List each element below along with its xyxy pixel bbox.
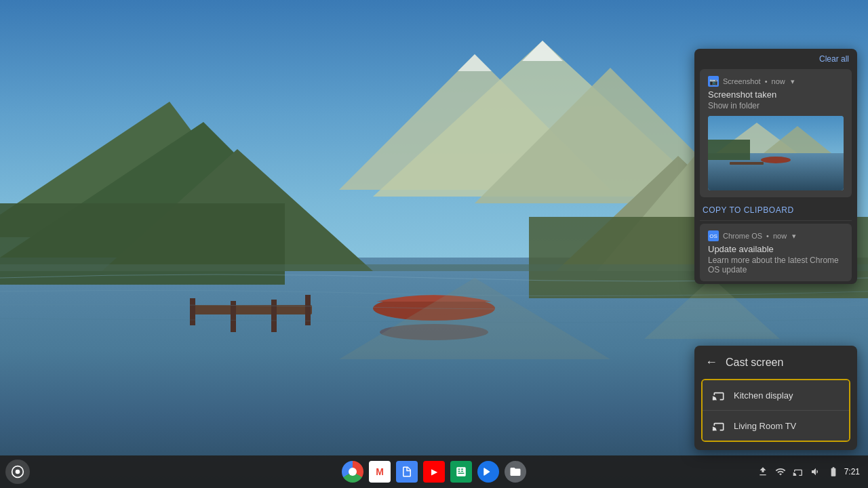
svg-rect-31	[730, 162, 764, 165]
sheets-app-icon[interactable]	[450, 461, 472, 483]
cast-screen-panel: ← Cast screen Kitchen display	[694, 346, 857, 450]
screenshot-preview-image	[708, 116, 844, 190]
docs-app-icon[interactable]	[396, 461, 418, 483]
taskbar-left	[0, 460, 30, 484]
cast-icon-livingroom	[712, 419, 726, 432]
youtube-app-icon[interactable]: ▶	[423, 461, 445, 483]
cast-screen-title: Cast screen	[726, 357, 783, 369]
cast-device-livingroom[interactable]: Living Room TV	[703, 411, 849, 441]
cast-taskbar-icon[interactable]	[791, 465, 805, 479]
svg-rect-16	[190, 305, 312, 314]
living-room-tv-label: Living Room TV	[734, 421, 796, 431]
desktop: Clear all 📷 Screenshot • now ▾ Screensho…	[0, 0, 868, 488]
chrome-app-icon[interactable]	[342, 461, 363, 483]
files-app-icon[interactable]	[505, 461, 526, 483]
chromeos-notif-title: Update available	[708, 244, 844, 254]
svg-rect-29	[708, 140, 750, 160]
notification-panel: Clear all 📷 Screenshot • now ▾ Screensho…	[694, 49, 857, 284]
chromeos-notification: OS Chrome OS • now ▾ Update available Le…	[700, 224, 852, 281]
chevron-down-icon-2: ▾	[792, 232, 796, 241]
taskbar: M ▶	[0, 455, 868, 488]
launcher-button[interactable]	[5, 460, 30, 484]
chromeos-app-icon: OS	[708, 230, 719, 241]
chromeos-notif-time: now	[773, 232, 787, 240]
screenshot-app-name: Screenshot	[723, 77, 761, 85]
network-icon[interactable]	[774, 465, 787, 479]
notif-dot: •	[765, 77, 768, 85]
screenshot-notif-body[interactable]: Show in folder	[708, 101, 844, 110]
notification-header: Clear all	[694, 49, 857, 66]
clear-all-button[interactable]: Clear all	[819, 54, 849, 64]
battery-icon[interactable]	[827, 465, 840, 479]
clock[interactable]: 7:21	[844, 467, 860, 476]
gmail-app-icon[interactable]: M	[369, 461, 391, 483]
chromeos-notif-body: Learn more about the latest Chrome OS up…	[708, 256, 844, 274]
cast-device-kitchen[interactable]: Kitchen display	[703, 380, 849, 411]
divider	[700, 220, 852, 221]
screenshot-notif-title: Screenshot taken	[708, 89, 844, 100]
back-button[interactable]: ←	[705, 355, 717, 369]
svg-point-30	[761, 157, 791, 163]
svg-rect-10	[0, 203, 285, 285]
screenshot-notif-time: now	[772, 77, 785, 85]
cast-panel-header: ← Cast screen	[694, 346, 857, 379]
volume-icon[interactable]	[809, 465, 823, 479]
download-icon[interactable]	[756, 465, 770, 479]
svg-point-33	[16, 470, 20, 474]
taskbar-right: 7:21	[756, 465, 868, 479]
kitchen-display-label: Kitchen display	[734, 390, 793, 401]
system-tray: 7:21	[756, 465, 860, 479]
notif-dot-2: •	[766, 232, 769, 240]
screenshot-app-icon: 📷	[708, 76, 719, 87]
screenshot-notification: 📷 Screenshot • now ▾ Screenshot taken Sh…	[700, 69, 852, 197]
svg-rect-17	[190, 298, 195, 325]
chromeos-app-name: Chrome OS	[723, 232, 762, 240]
svg-rect-20	[271, 300, 277, 332]
notif-top-row: 📷 Screenshot • now ▾	[708, 76, 844, 87]
cast-devices-list: Kitchen display Living Room TV	[701, 379, 850, 442]
play-app-icon[interactable]	[477, 461, 499, 483]
chromeos-notif-top-row: OS Chrome OS • now ▾	[708, 230, 844, 241]
copy-to-clipboard-button[interactable]: COPY TO CLIPBOARD	[694, 200, 802, 220]
cast-icon-kitchen	[712, 388, 726, 402]
taskbar-apps: M ▶	[342, 461, 526, 483]
chevron-down-icon: ▾	[791, 77, 795, 86]
